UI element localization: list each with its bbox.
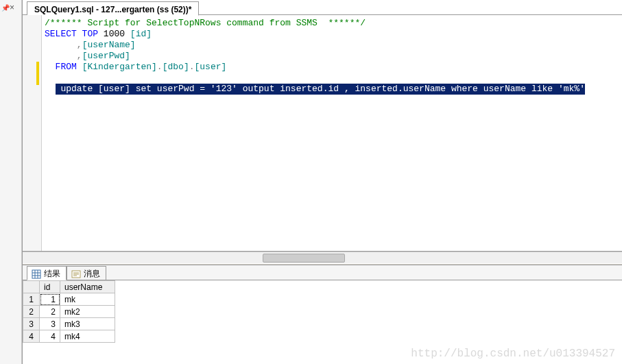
row-header[interactable]: 2 [23, 306, 40, 318]
results-tab-bar: 结果 消息 [23, 265, 622, 280]
code-number: 1000 [98, 29, 130, 39]
scrollbar-thumb[interactable] [263, 254, 345, 263]
code-operator: , [77, 51, 82, 61]
grid-icon [32, 269, 41, 279]
table-row[interactable]: 3 3 mk3 [23, 318, 115, 330]
editor-horizontal-scrollbar[interactable] [23, 252, 622, 263]
cell-username[interactable]: mk [60, 293, 115, 306]
code-bracket: [userPwd] [82, 51, 130, 61]
tab-results-label: 结果 [44, 268, 60, 280]
row-header[interactable]: 1 [23, 293, 40, 306]
row-header[interactable]: 3 [23, 318, 40, 330]
row-header[interactable]: 4 [23, 330, 40, 343]
table-row[interactable]: 1 1 mk [23, 293, 115, 306]
results-grid[interactable]: id userName 1 1 mk 2 2 mk2 [23, 280, 115, 343]
code-operator: , [77, 40, 82, 50]
main-area: SQLQuery1.sql - 127...ergarten (ss (52))… [22, 0, 622, 364]
left-panel-gutter: 📌 × [0, 0, 22, 364]
cell-id[interactable]: 1 [40, 293, 60, 306]
code-bracket: [user] [195, 62, 227, 72]
selected-sql-line[interactable]: update [user] set userPwd = '123' output… [56, 84, 585, 95]
grid-corner[interactable] [23, 281, 40, 293]
cell-username[interactable]: mk3 [60, 318, 115, 330]
cell-id[interactable]: 2 [40, 306, 60, 318]
tab-messages[interactable]: 消息 [67, 266, 106, 280]
results-grid-wrap: id userName 1 1 mk 2 2 mk2 [23, 280, 622, 364]
document-tab-bar: SQLQuery1.sql - 127...ergarten (ss (52))… [23, 0, 622, 15]
code-bracket: [Kindergarten] [82, 62, 157, 72]
code-keyword: TOP [77, 29, 98, 39]
document-tab-title: SQLQuery1.sql - 127...ergarten (ss (52))… [34, 5, 191, 14]
code-keyword: SELECT [45, 29, 77, 39]
cell-username[interactable]: mk4 [60, 330, 115, 343]
code-keyword: FROM [56, 62, 77, 72]
editor-body[interactable]: /****** Script for SelectTopNRows comman… [42, 15, 622, 251]
gutter-change-mark [36, 62, 39, 85]
messages-icon [71, 269, 81, 279]
panel-close-icon[interactable]: × [10, 3, 14, 12]
pin-icon[interactable]: 📌 [1, 4, 8, 11]
column-header-username[interactable]: userName [60, 281, 115, 293]
cell-id[interactable]: 4 [40, 330, 60, 343]
editor-gutter [23, 15, 42, 251]
code-comment: /****** Script for SelectTopNRows comman… [45, 18, 366, 28]
tab-messages-label: 消息 [84, 268, 100, 280]
svg-rect-0 [32, 270, 40, 278]
code-bracket: [dbo] [163, 62, 189, 72]
cell-id[interactable]: 3 [40, 318, 60, 330]
code-bracket: [userName] [82, 40, 136, 50]
document-tab[interactable]: SQLQuery1.sql - 127...ergarten (ss (52))… [27, 1, 199, 16]
code-bracket: [id] [130, 29, 152, 39]
sql-editor[interactable]: /****** Script for SelectTopNRows comman… [23, 15, 622, 252]
table-row[interactable]: 2 2 mk2 [23, 306, 115, 318]
column-header-id[interactable]: id [40, 281, 60, 293]
cell-username[interactable]: mk2 [60, 306, 115, 318]
tab-results[interactable]: 结果 [27, 266, 67, 280]
table-row[interactable]: 4 4 mk4 [23, 330, 115, 343]
